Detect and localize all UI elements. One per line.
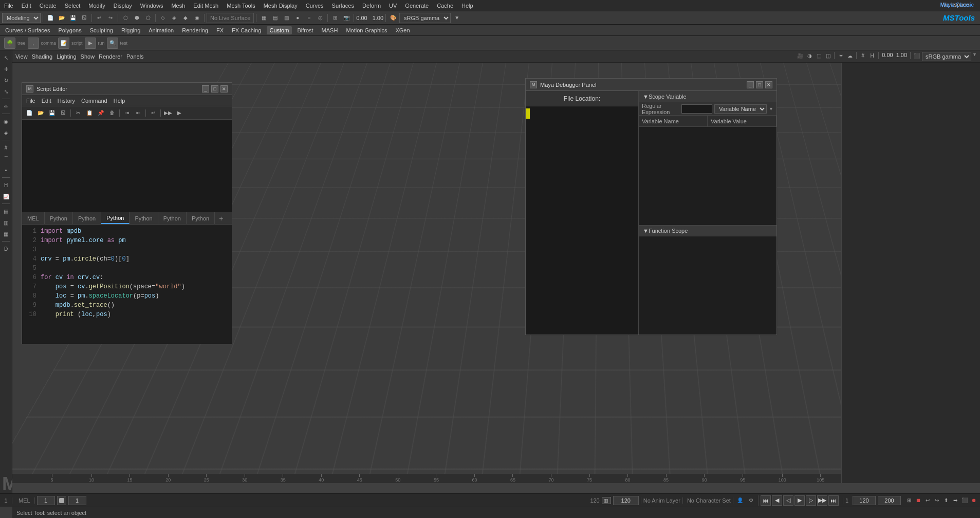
- gamma-icon[interactable]: 🎨: [388, 13, 398, 23]
- pb-prev-button[interactable]: ◀: [772, 495, 782, 506]
- se-minimize-button[interactable]: _: [202, 85, 209, 92]
- shading-menu[interactable]: Shading: [32, 53, 52, 60]
- se-menu-file[interactable]: File: [24, 97, 38, 104]
- se-menu-edit[interactable]: Edit: [40, 97, 53, 104]
- record-icon[interactable]: ⏺: [970, 496, 978, 505]
- render5-icon[interactable]: ○: [304, 13, 314, 23]
- vt-hud-icon[interactable]: H: [868, 52, 876, 60]
- se-tab-python2[interactable]: Python: [73, 212, 101, 224]
- menu-file[interactable]: File: [2, 3, 15, 9]
- se-copy-icon[interactable]: 📋: [84, 108, 95, 118]
- redo-icon[interactable]: ↪: [105, 13, 116, 23]
- menu-select[interactable]: Select: [63, 3, 83, 9]
- menu-help[interactable]: Help: [459, 3, 475, 9]
- vt-grid-icon[interactable]: #: [859, 52, 867, 60]
- vt-shading-icon[interactable]: ◑: [805, 52, 813, 60]
- se-tab-python5[interactable]: Python: [158, 212, 187, 224]
- save-icon[interactable]: 💾: [68, 13, 78, 23]
- gamma-settings-icon[interactable]: ▼: [452, 13, 462, 23]
- gamma-dropdown[interactable]: sRGB gamma: [399, 13, 451, 23]
- mode-dropdown[interactable]: Modeling: [2, 13, 41, 23]
- save-as-icon[interactable]: 🖫: [79, 13, 89, 23]
- pb-prev-frame-button[interactable]: ◁: [783, 495, 793, 506]
- snap1-icon[interactable]: ◇: [158, 13, 168, 23]
- module-mash[interactable]: MASH: [319, 26, 341, 34]
- vt-texture-icon[interactable]: ◫: [824, 52, 832, 60]
- workspace-value[interactable]: Maya Classic: [938, 2, 976, 8]
- menu-mesh-display[interactable]: Mesh Display: [262, 3, 300, 9]
- menu-edit-mesh[interactable]: Edit Mesh: [191, 3, 220, 9]
- renderer-menu[interactable]: Renderer: [99, 53, 122, 60]
- stop-icon[interactable]: ⏹: [914, 496, 922, 505]
- se-maximize-button[interactable]: □: [211, 85, 218, 92]
- range-end-input[interactable]: [613, 496, 639, 505]
- se-paste-icon[interactable]: 📌: [96, 108, 106, 118]
- se-saveas-icon[interactable]: 🖫: [58, 108, 68, 118]
- move-tool-icon[interactable]: ✛: [1, 64, 11, 74]
- module-bifrost[interactable]: Bifrost: [294, 26, 316, 34]
- pb-next-button[interactable]: ▶▶: [817, 495, 827, 506]
- rotate-tool-icon[interactable]: ↻: [1, 75, 11, 85]
- stop2-icon[interactable]: ⬛: [960, 496, 969, 505]
- menu-curves[interactable]: Curves: [304, 3, 326, 9]
- history-icon[interactable]: H: [1, 180, 11, 190]
- show-menu[interactable]: Show: [81, 53, 95, 60]
- module-polygons[interactable]: Polygons: [55, 26, 84, 34]
- menu-mesh-tools[interactable]: Mesh Tools: [225, 3, 257, 9]
- se-open-icon[interactable]: 📂: [35, 108, 46, 118]
- soft-select-icon[interactable]: ◉: [1, 116, 11, 126]
- se-wrap-icon[interactable]: ↩: [148, 108, 158, 118]
- char-set-icon2[interactable]: ⚙: [747, 496, 756, 505]
- pb-end-button[interactable]: ⏭: [828, 495, 839, 506]
- se-indent-icon[interactable]: ⇥: [122, 108, 132, 118]
- vt-color-icon[interactable]: ⬛: [913, 52, 921, 60]
- max-frame-input2[interactable]: [878, 496, 901, 505]
- module-xgen[interactable]: XGen: [392, 26, 413, 34]
- se-menu-help[interactable]: Help: [112, 97, 127, 104]
- menu-windows[interactable]: Windows: [138, 3, 165, 9]
- module-rigging[interactable]: Rigging: [118, 26, 143, 34]
- menu-edit[interactable]: Edit: [20, 3, 33, 9]
- comma-icon[interactable]: ,: [28, 38, 39, 49]
- no-live-surface[interactable]: No Live Surface: [207, 13, 254, 23]
- se-menu-command[interactable]: Command: [79, 97, 109, 104]
- se-tab-python1[interactable]: Python: [45, 212, 73, 224]
- module-fx-caching[interactable]: FX Caching: [229, 26, 264, 34]
- module-animation[interactable]: Animation: [145, 26, 177, 34]
- module-curves-surfaces[interactable]: Curves / Surfaces: [2, 26, 53, 34]
- dp-close-button[interactable]: ✕: [765, 81, 772, 88]
- select-icon[interactable]: ⬡: [120, 13, 131, 23]
- render3-icon[interactable]: ▧: [281, 13, 291, 23]
- render1-icon[interactable]: ▦: [258, 13, 269, 23]
- jump-fwd-icon[interactable]: ↪: [933, 496, 941, 505]
- menu-cache[interactable]: Cache: [435, 3, 455, 9]
- new-scene-icon[interactable]: 📄: [45, 13, 56, 23]
- menu-modify[interactable]: Modify: [86, 3, 107, 9]
- render2-icon[interactable]: ▤: [270, 13, 280, 23]
- graph-icon[interactable]: 📈: [1, 191, 11, 201]
- se-new-icon[interactable]: 📄: [24, 108, 34, 118]
- se-run-icon[interactable]: ▶: [174, 108, 184, 118]
- render4-icon[interactable]: ●: [292, 13, 303, 23]
- test-icon[interactable]: 🔍: [107, 38, 118, 49]
- se-tab-mel[interactable]: MEL: [22, 212, 45, 224]
- menu-deform[interactable]: Deform: [360, 3, 383, 9]
- view-menu[interactable]: View: [15, 53, 28, 60]
- vt-lighting1-icon[interactable]: ☀: [837, 52, 845, 60]
- open-icon[interactable]: 📂: [57, 13, 67, 23]
- menu-display[interactable]: Display: [112, 3, 134, 9]
- dp-regex-input[interactable]: [681, 104, 712, 114]
- layer3-icon[interactable]: ▦: [1, 229, 11, 239]
- paint-tool-icon[interactable]: ✏: [1, 101, 11, 112]
- layer2-icon[interactable]: ▥: [1, 217, 11, 228]
- se-tab-python6[interactable]: Python: [187, 212, 215, 224]
- display-layer-icon[interactable]: D: [1, 244, 11, 254]
- vt-wireframe-icon[interactable]: ⬚: [815, 52, 823, 60]
- script-icon[interactable]: 📝: [58, 38, 69, 49]
- select2-icon[interactable]: ⬢: [132, 13, 142, 23]
- undo-icon[interactable]: ↩: [94, 13, 104, 23]
- module-motion-graphics[interactable]: Motion Graphics: [343, 26, 390, 34]
- snap-curve-icon[interactable]: ⌒: [1, 154, 11, 164]
- menu-uv[interactable]: UV: [387, 3, 399, 9]
- timeline-scrubber[interactable]: [12, 483, 980, 494]
